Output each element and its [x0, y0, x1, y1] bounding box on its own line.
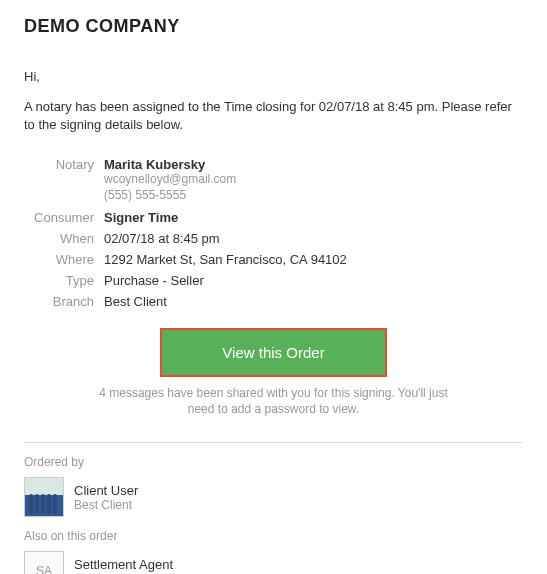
notary-name: Marita Kubersky	[104, 157, 347, 172]
where-value: 1292 Market St, San Francisco, CA 94102	[104, 249, 347, 270]
avatar-initials: SA	[24, 551, 64, 574]
also-label: Also on this order	[24, 529, 523, 543]
ordered-by-name: Client User	[74, 483, 138, 498]
ordered-by-label: Ordered by	[24, 455, 523, 469]
notary-email: wcoynelloyd@gmail.com	[104, 172, 347, 188]
ordered-by-sub: Best Client	[74, 498, 138, 512]
cta-wrap: View this Order	[24, 328, 523, 377]
ordered-by-person: Client User Best Client	[24, 477, 523, 517]
also-person: SA Settlement Agent Settlement Agent	[24, 551, 523, 574]
share-note: 4 messages have been shared with you for…	[94, 385, 454, 419]
avatar	[24, 477, 64, 517]
intro-text: A notary has been assigned to the Time c…	[24, 98, 523, 134]
branch-value: Best Client	[104, 291, 347, 312]
notary-phone: (555) 555-5555	[104, 188, 347, 204]
view-order-button[interactable]: View this Order	[160, 328, 386, 377]
notary-label: Notary	[24, 154, 104, 206]
when-value: 02/07/18 at 8:45 pm	[104, 228, 347, 249]
branch-label: Branch	[24, 291, 104, 312]
type-label: Type	[24, 270, 104, 291]
consumer-name: Signer Time	[104, 207, 347, 228]
greeting: Hi,	[24, 69, 523, 84]
also-name: Settlement Agent	[74, 557, 173, 572]
details-table: Notary Marita Kubersky wcoynelloyd@gmail…	[24, 154, 347, 311]
when-label: When	[24, 228, 104, 249]
where-label: Where	[24, 249, 104, 270]
divider	[24, 442, 523, 443]
type-value: Purchase - Seller	[104, 270, 347, 291]
company-title: DEMO COMPANY	[24, 16, 523, 37]
consumer-label: Consumer	[24, 207, 104, 228]
